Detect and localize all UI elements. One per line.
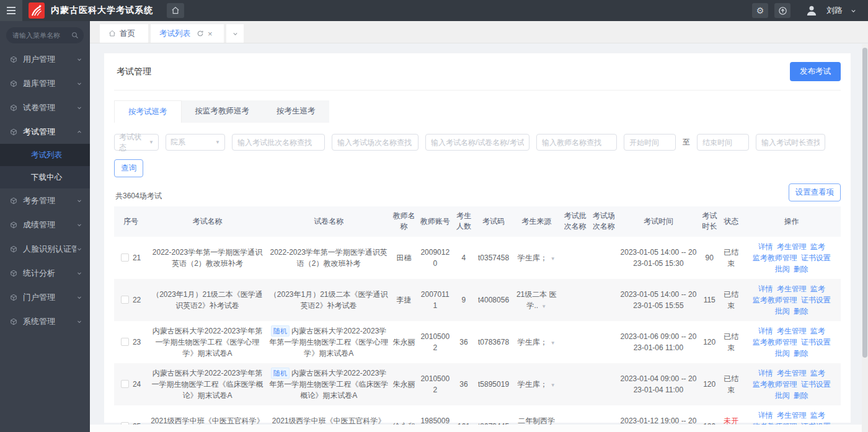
exam-status-select[interactable]: 考试状态▼: [114, 134, 159, 151]
action-link[interactable]: 批阅: [775, 391, 790, 400]
sidebar-item[interactable]: 考务管理: [0, 188, 90, 213]
user-name[interactable]: 刘路: [826, 5, 843, 16]
sidebar-subitem[interactable]: 下载中心: [0, 166, 90, 188]
column-header: 状态: [720, 206, 742, 237]
cell-duration: 120: [699, 321, 720, 363]
action-link[interactable]: 监考: [810, 284, 825, 293]
cube-icon: [10, 221, 17, 229]
duration-input[interactable]: [756, 134, 825, 151]
sidebar-item[interactable]: 人脸识别认证管理: [0, 237, 90, 261]
action-link[interactable]: 详情: [758, 242, 773, 251]
upload-button[interactable]: [774, 3, 790, 18]
action-link[interactable]: 批阅: [775, 265, 790, 273]
sidebar-search-input[interactable]: [12, 32, 71, 39]
row-checkbox[interactable]: [121, 380, 129, 388]
sidebar-item[interactable]: 题库管理: [0, 71, 90, 95]
close-icon[interactable]: ×: [208, 30, 213, 38]
vertical-scrollbar[interactable]: [862, 44, 868, 432]
department-select[interactable]: 院系▼: [166, 134, 225, 151]
scrollbar-thumb[interactable]: [862, 48, 867, 358]
row-checkbox[interactable]: [121, 296, 129, 304]
cell-paper-name: 2022-2023学年第一学期医学通识英语（2）教改班补考: [267, 237, 391, 279]
action-link[interactable]: 考生管理: [777, 411, 807, 420]
publish-exam-button[interactable]: 发布考试: [790, 62, 841, 81]
action-link[interactable]: 详情: [758, 327, 773, 335]
sidebar-item[interactable]: 门户管理: [0, 285, 90, 309]
action-link[interactable]: 删除: [794, 349, 808, 358]
session-name-input[interactable]: [332, 134, 418, 151]
action-link[interactable]: 删除: [794, 307, 808, 315]
cube-icon: [10, 104, 17, 112]
action-link[interactable]: 监考教师管理: [753, 253, 797, 262]
cell-exam-name: （2023年1月）21级二本《医学通识英语2》补考试卷: [148, 279, 267, 321]
chevron-down-icon: ▼: [149, 139, 154, 145]
table-row: 21 2022-2023学年第一学期医学通识英语（2）教改班补考 2022-20…: [114, 237, 841, 279]
action-link[interactable]: 监考教师管理: [753, 380, 797, 389]
sidebar-item[interactable]: 系统管理: [0, 309, 90, 333]
action-link[interactable]: 证书设置: [801, 253, 831, 262]
chevron-down-icon[interactable]: ▼: [541, 304, 546, 309]
action-link[interactable]: 证书设置: [801, 296, 831, 304]
action-link[interactable]: 详情: [758, 369, 773, 377]
cell-duration: 120: [699, 363, 720, 405]
action-link[interactable]: 删除: [794, 265, 808, 273]
tab-exam-list[interactable]: 考试列表 ×: [151, 24, 224, 43]
cube-icon: [10, 80, 17, 87]
action-link[interactable]: 考生管理: [777, 242, 807, 251]
chevron-down-icon: [76, 270, 82, 276]
row-actions: 详情考生管理监考监考教师管理证书设置批阅删除: [742, 279, 841, 321]
menu-toggle-icon[interactable]: [0, 0, 22, 21]
action-link[interactable]: 删除: [794, 391, 808, 400]
action-link[interactable]: 监考: [810, 327, 825, 335]
action-link[interactable]: 考生管理: [777, 327, 807, 335]
avatar[interactable]: [805, 4, 818, 17]
row-actions: 详情考生管理监考监考教师管理证书设置批阅删除: [742, 363, 841, 405]
tab-by-exam[interactable]: 按考试巡考: [114, 100, 182, 123]
chevron-down-icon[interactable]: ▼: [551, 340, 556, 346]
start-time-input[interactable]: [624, 134, 676, 151]
cell-teacher-name: 田穗: [391, 237, 418, 279]
action-link[interactable]: 证书设置: [801, 338, 831, 346]
action-link[interactable]: 批阅: [775, 349, 790, 358]
batch-name-input[interactable]: [232, 134, 325, 151]
action-link[interactable]: 监考: [810, 411, 825, 420]
exam-name-input[interactable]: [425, 134, 529, 151]
column-header: 考试码: [475, 206, 512, 237]
row-checkbox[interactable]: [121, 338, 129, 346]
sidebar-item[interactable]: 统计分析: [0, 261, 90, 285]
tab-list-dropdown[interactable]: [226, 24, 244, 43]
action-link[interactable]: 详情: [758, 411, 773, 420]
action-link[interactable]: 监考教师管理: [753, 338, 797, 346]
row-checkbox[interactable]: [121, 253, 129, 262]
tab-home[interactable]: 首页: [100, 24, 148, 43]
action-link[interactable]: 监考: [810, 369, 825, 377]
tab-by-student[interactable]: 按考生巡考: [263, 100, 329, 123]
query-button[interactable]: 查询: [114, 159, 143, 177]
tab-by-proctor[interactable]: 按监考教师巡考: [182, 100, 264, 123]
chevron-down-icon: [76, 222, 82, 228]
action-link[interactable]: 证书设置: [801, 380, 831, 389]
action-link[interactable]: 考生管理: [777, 284, 807, 293]
sidebar-item[interactable]: 成绩管理: [0, 213, 90, 237]
settings-gear-button[interactable]: ⚙: [752, 3, 768, 18]
sidebar-item[interactable]: 试卷管理: [0, 95, 90, 120]
chevron-down-icon[interactable]: [850, 7, 857, 14]
action-link[interactable]: 监考教师管理: [753, 296, 797, 304]
home-button[interactable]: [167, 3, 184, 18]
cell-seq: 22: [114, 279, 148, 321]
action-link[interactable]: 详情: [758, 284, 773, 293]
action-link[interactable]: 监考: [810, 242, 825, 251]
chevron-down-icon[interactable]: ▼: [551, 256, 556, 262]
sidebar-subitem[interactable]: 考试列表: [0, 144, 90, 166]
action-link[interactable]: 考生管理: [777, 369, 807, 377]
end-time-input[interactable]: [697, 134, 749, 151]
column-header: 操作: [742, 206, 841, 237]
action-link[interactable]: 批阅: [775, 307, 790, 315]
view-settings-button[interactable]: 设置查看项: [789, 183, 841, 201]
refresh-icon[interactable]: [197, 30, 204, 37]
chevron-down-icon[interactable]: ▼: [551, 382, 556, 388]
cell-duration: 115: [699, 279, 720, 321]
teacher-name-input[interactable]: [536, 134, 617, 151]
sidebar-item[interactable]: 考试管理: [0, 120, 90, 144]
sidebar-item[interactable]: 用户管理: [0, 47, 90, 71]
